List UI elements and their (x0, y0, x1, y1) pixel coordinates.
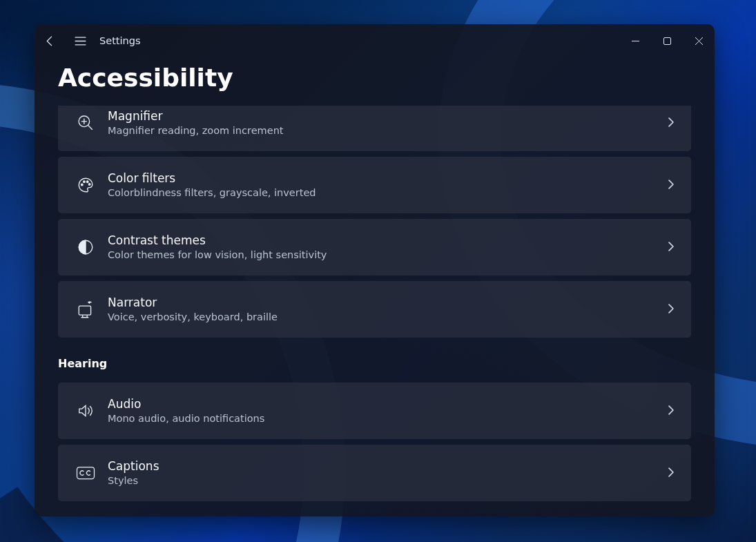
item-subtitle: Color themes for low vision, light sensi… (108, 249, 666, 261)
item-subtitle: Mono audio, audio notifications (108, 413, 666, 425)
minimize-button[interactable] (619, 27, 651, 55)
item-magnifier[interactable]: Magnifier Magnifier reading, zoom increm… (58, 106, 691, 151)
svg-point-3 (84, 181, 85, 182)
audio-icon (70, 402, 101, 420)
svg-rect-0 (663, 37, 670, 44)
chevron-right-icon (666, 467, 676, 480)
chevron-right-icon (666, 405, 676, 418)
item-title: Audio (108, 397, 666, 411)
item-subtitle: Voice, verbosity, keyboard, braille (108, 311, 666, 323)
settings-list[interactable]: Magnifier Magnifier reading, zoom increm… (35, 106, 715, 516)
magnifier-icon (70, 114, 101, 132)
item-title: Contrast themes (108, 233, 666, 247)
chevron-right-icon (666, 117, 676, 130)
item-subtitle: Magnifier reading, zoom increment (108, 125, 666, 137)
svg-rect-7 (79, 306, 90, 315)
item-subtitle: Styles (108, 475, 666, 487)
svg-point-2 (81, 184, 83, 185)
item-title: Narrator (108, 296, 666, 309)
contrast-icon (70, 238, 101, 256)
narrator-icon (70, 300, 101, 318)
svg-point-4 (86, 181, 88, 182)
svg-point-5 (88, 184, 90, 185)
item-subtitle: Colorblindness filters, grayscale, inver… (108, 187, 666, 199)
back-button[interactable] (35, 26, 65, 56)
captions-icon (70, 464, 101, 482)
item-captions[interactable]: Captions Styles (58, 445, 691, 501)
chevron-right-icon (666, 241, 676, 254)
item-audio[interactable]: Audio Mono audio, audio notifications (58, 383, 691, 439)
chevron-right-icon (666, 303, 676, 316)
item-title: Color filters (108, 171, 666, 185)
settings-window: Settings Accessibility Magnifier (35, 24, 715, 516)
close-button[interactable] (683, 27, 715, 55)
title-bar: Settings (35, 24, 715, 57)
nav-menu-button[interactable] (65, 26, 95, 56)
maximize-button[interactable] (651, 27, 683, 55)
item-title: Captions (108, 459, 666, 473)
item-color-filters[interactable]: Color filters Colorblindness filters, gr… (58, 157, 691, 213)
palette-icon (70, 176, 101, 194)
page-title: Accessibility (58, 64, 715, 92)
app-title: Settings (99, 35, 140, 46)
section-hearing: Hearing (58, 357, 691, 370)
chevron-right-icon (666, 179, 676, 192)
item-title: Magnifier (108, 109, 666, 123)
item-narrator[interactable]: Narrator Voice, verbosity, keyboard, bra… (58, 281, 691, 338)
item-contrast-themes[interactable]: Contrast themes Color themes for low vis… (58, 219, 691, 275)
